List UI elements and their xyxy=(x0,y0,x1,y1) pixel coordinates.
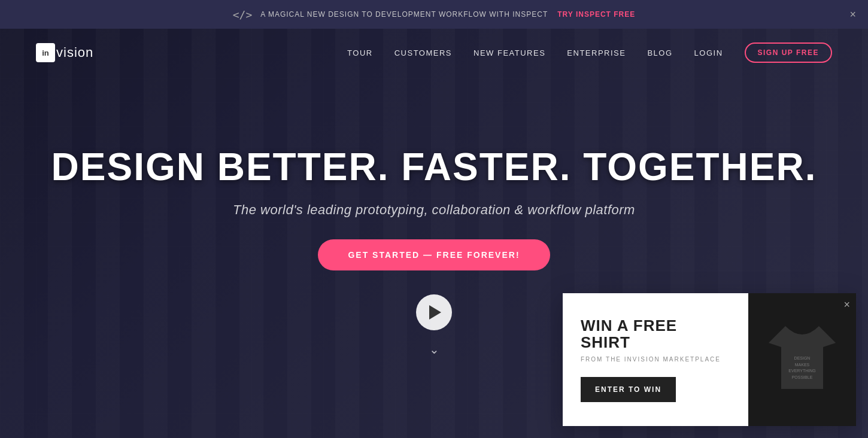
nav-login[interactable]: LOGIN xyxy=(694,48,723,57)
top-banner: </> A MAGICAL NEW DESIGN TO DEVELOPMENT … xyxy=(0,0,868,29)
hero-subtitle: The world's leading prototyping, collabo… xyxy=(233,202,635,218)
nav-new-features[interactable]: NEW FEATURES xyxy=(474,48,545,57)
nav-enterprise[interactable]: ENTERPRISE xyxy=(567,48,626,57)
play-button[interactable] xyxy=(416,294,452,330)
hero-cta-button[interactable]: GET STARTED — FREE FOREVER! xyxy=(318,239,550,270)
tshirt-graphic: DESIGN MAKES EVERYTHING POSSIBLE xyxy=(760,318,844,402)
logo-in-text: in xyxy=(42,48,49,57)
logo-box: in xyxy=(36,43,55,62)
nav-customers[interactable]: CUSTOMERS xyxy=(394,48,452,57)
svg-text:POSSIBLE: POSSIBLE xyxy=(792,375,813,379)
signup-button[interactable]: SIGN UP FREE xyxy=(745,42,832,63)
logo-vision-text: vision xyxy=(56,45,93,60)
popup-content: WIN A FREE SHIRT FROM THE INVISION MARKE… xyxy=(563,293,748,426)
play-icon xyxy=(429,305,441,320)
banner-close-button[interactable]: × xyxy=(849,9,856,20)
hero-title: DESIGN BETTER. FASTER. TOGETHER. xyxy=(51,146,817,188)
svg-text:DESIGN: DESIGN xyxy=(794,356,811,360)
logo[interactable]: in vision xyxy=(36,43,93,62)
popup-close-button[interactable]: × xyxy=(843,299,850,310)
popup-subtitle: FROM THE INVISION MARKETPLACE xyxy=(581,356,730,363)
svg-text:MAKES: MAKES xyxy=(795,362,810,366)
popup-image: × DESIGN MAKES EVERYTHING POSSIBLE xyxy=(748,293,856,426)
popup-title: WIN A FREE SHIRT xyxy=(581,317,730,351)
popup-cta-button[interactable]: ENTER TO WIN xyxy=(581,377,676,402)
popup: WIN A FREE SHIRT FROM THE INVISION MARKE… xyxy=(563,293,856,426)
scroll-down-indicator[interactable]: ⌄ xyxy=(429,342,439,357)
nav-links: TOUR CUSTOMERS NEW FEATURES ENTERPRISE B… xyxy=(347,42,832,63)
nav-blog[interactable]: BLOG xyxy=(647,48,672,57)
banner-cta-link[interactable]: TRY INSPECT FREE xyxy=(557,10,635,19)
code-icon: </> xyxy=(233,8,253,21)
banner-message: A MAGICAL NEW DESIGN TO DEVELOPMENT WORK… xyxy=(260,10,548,19)
svg-text:EVERYTHING: EVERYTHING xyxy=(788,369,815,373)
nav-tour[interactable]: TOUR xyxy=(347,48,373,57)
